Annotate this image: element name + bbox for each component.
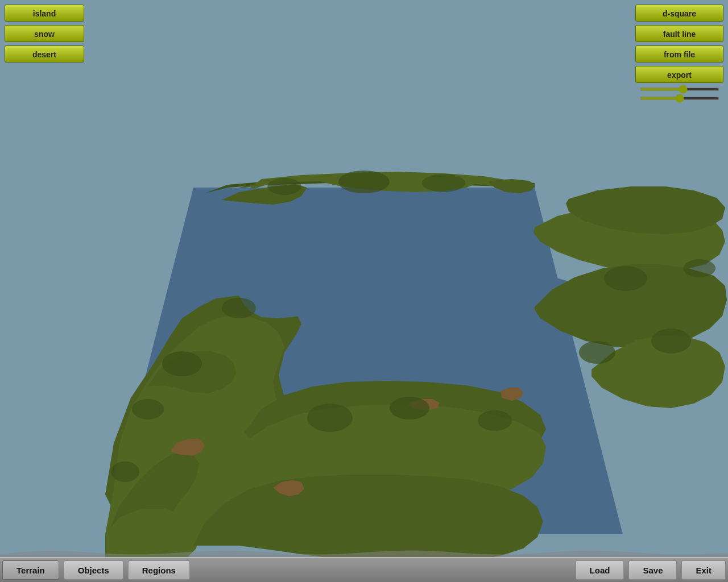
svg-point-37 bbox=[651, 329, 691, 354]
slider2[interactable] bbox=[640, 97, 719, 100]
svg-point-31 bbox=[579, 341, 615, 364]
left-panel: island snow desert bbox=[5, 5, 84, 63]
right-panel: d-square fault line from file export bbox=[635, 5, 723, 101]
svg-point-36 bbox=[222, 298, 256, 318]
exit-button[interactable]: Exit bbox=[681, 560, 726, 580]
snow-button[interactable]: snow bbox=[5, 25, 84, 42]
objects-tab[interactable]: Objects bbox=[64, 560, 123, 580]
regions-tab[interactable]: Regions bbox=[128, 560, 190, 580]
save-button[interactable]: Save bbox=[628, 560, 677, 580]
fault-line-button[interactable]: fault line bbox=[635, 25, 723, 42]
svg-point-32 bbox=[338, 171, 390, 193]
slider1[interactable] bbox=[640, 88, 719, 91]
from-file-button[interactable]: from file bbox=[635, 45, 723, 63]
slider1-container bbox=[635, 86, 723, 92]
load-button[interactable]: Load bbox=[576, 560, 624, 580]
desert-button[interactable]: desert bbox=[5, 45, 84, 63]
terrain-tab[interactable]: Terrain bbox=[2, 560, 59, 580]
island-button[interactable]: island bbox=[5, 5, 84, 22]
terrain-view[interactable] bbox=[0, 0, 728, 557]
svg-point-35 bbox=[111, 462, 139, 482]
svg-point-29 bbox=[478, 410, 512, 431]
svg-point-33 bbox=[267, 178, 301, 195]
slider2-container bbox=[635, 95, 723, 101]
export-button[interactable]: export bbox=[635, 66, 723, 83]
svg-point-38 bbox=[684, 259, 715, 277]
viewport: island snow desert d-square fault line f… bbox=[0, 0, 728, 557]
svg-point-27 bbox=[307, 404, 353, 432]
d-square-button[interactable]: d-square bbox=[635, 5, 723, 22]
bottom-bar: Terrain Objects Regions Load Save Exit bbox=[0, 557, 728, 582]
svg-point-30 bbox=[604, 266, 647, 291]
svg-point-34 bbox=[422, 174, 465, 192]
svg-point-26 bbox=[132, 399, 164, 419]
svg-point-25 bbox=[162, 351, 202, 376]
svg-point-28 bbox=[390, 397, 429, 419]
